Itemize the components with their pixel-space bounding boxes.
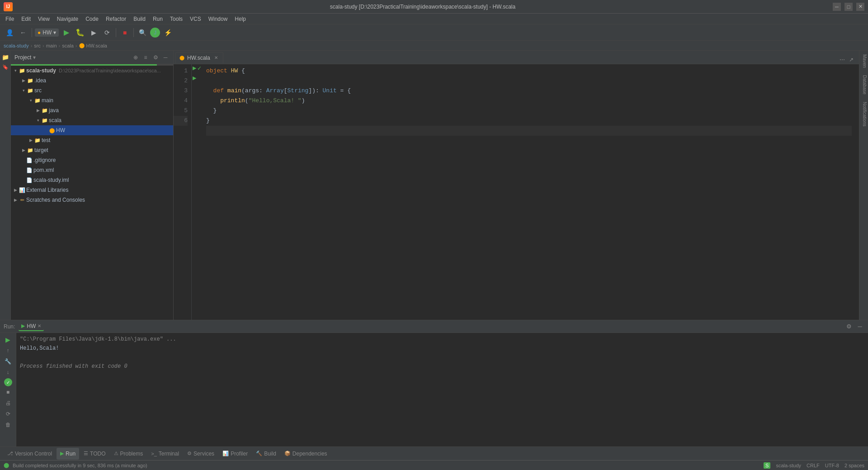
tree-item-external-libs[interactable]: ▶ 📊 External Libraries (11, 185, 173, 195)
debug-button[interactable]: 🐛 (74, 27, 86, 38)
tab-todo[interactable]: ☰ TODO (80, 448, 109, 460)
run-minimize-btn[interactable]: ─ (855, 322, 864, 331)
menu-navigate[interactable]: Navigate (53, 15, 82, 23)
breadcrumb-src[interactable]: src (34, 43, 41, 48)
run-up-btn[interactable]: ↑ (3, 346, 13, 356)
code-content[interactable]: object HW { def main(args: Array[String]… (203, 64, 855, 320)
tab-action-restore[interactable]: ↗ (847, 56, 855, 64)
notifications-panel-label[interactable]: Notifications (859, 98, 868, 130)
breadcrumb-filename[interactable]: HW.scala (86, 43, 107, 48)
tree-item-src[interactable]: ▾ 📁 src (11, 85, 173, 95)
status-s-icon[interactable]: S (764, 462, 770, 469)
back-button[interactable]: ← (17, 27, 29, 38)
account-button[interactable]: 👤 (4, 27, 15, 38)
run-play-btn[interactable]: ▶ (3, 335, 13, 345)
panel-collapse-btn[interactable]: ≡ (142, 53, 150, 62)
plugins-button[interactable]: ⚡ (162, 27, 174, 38)
run-button[interactable]: ▶ (61, 27, 72, 38)
editor-scrollbar[interactable] (855, 64, 859, 320)
tree-item-idea[interactable]: ▶ 📁 .idea (11, 76, 173, 85)
stop-button[interactable]: ■ (119, 27, 131, 38)
tab-run[interactable]: ▶ Run (57, 448, 79, 460)
coverage-button[interactable]: ▶ (88, 27, 99, 38)
tab-profiler[interactable]: 📊 Profiler (219, 448, 251, 460)
tree-label-main: main (42, 97, 53, 104)
menu-help[interactable]: Help (231, 15, 250, 23)
panel-settings-btn[interactable]: ⚙ (151, 53, 160, 62)
panel-dropdown-icon[interactable]: ▾ (33, 54, 36, 61)
run-tab-close[interactable]: ✕ (38, 323, 41, 328)
java-folder-icon: 📁 (42, 107, 48, 114)
menu-code[interactable]: Code (82, 15, 102, 23)
close-button[interactable]: ✕ (856, 3, 864, 11)
menu-build[interactable]: Build (130, 15, 149, 23)
ext-libs-icon: 📊 (19, 187, 25, 193)
panel-locate-btn[interactable]: ⊕ (132, 53, 140, 62)
bookmarks-icon[interactable]: 🔖 (1, 62, 10, 71)
status-project[interactable]: scala-study (776, 463, 801, 468)
menu-window[interactable]: Window (205, 15, 231, 23)
menu-run[interactable]: Run (149, 15, 166, 23)
tab-dependencies[interactable]: 📦 Dependencies (281, 448, 331, 460)
menu-tools[interactable]: Tools (166, 15, 186, 23)
tab-version-control[interactable]: ⎇ Version Control (4, 448, 56, 460)
run-config-selector[interactable]: ● HW ▾ (35, 28, 59, 37)
tree-item-gitignore[interactable]: 📄 .gitignore (11, 155, 173, 165)
tab-build[interactable]: 🔨 Build (252, 448, 280, 460)
profile-button[interactable]: ⟳ (101, 27, 113, 38)
breadcrumb-scala[interactable]: scala (62, 43, 74, 48)
scala-folder-icon: 📁 (42, 117, 48, 123)
run-arrow-2[interactable]: ▶ (193, 75, 196, 81)
tree-item-main[interactable]: ▾ 📁 main (11, 95, 173, 105)
run-wrench-btn[interactable]: 🔧 (3, 356, 13, 366)
tree-item-target[interactable]: ▶ 📁 target (11, 145, 173, 155)
settings-button[interactable]: J (150, 28, 160, 38)
maximize-button[interactable]: □ (844, 3, 853, 11)
tree-item-root[interactable]: ▾ 📁 scala-study D:\2023PracticalTraining… (11, 66, 173, 76)
run-reload-btn[interactable]: ⟳ (3, 409, 13, 419)
status-line-ending[interactable]: CRLF (807, 463, 820, 468)
status-build-message[interactable]: Build completed successfully in 9 sec, 8… (13, 463, 147, 468)
minimize-button[interactable]: ─ (833, 3, 841, 11)
run-status-btn[interactable]: ✓ (4, 378, 12, 386)
tree-item-scratches[interactable]: ▶ ✏ Scratches and Consoles (11, 195, 173, 205)
run-print-btn[interactable]: 🖨 (3, 398, 13, 408)
tree-item-test[interactable]: ▶ 📁 test (11, 135, 173, 145)
menu-refactor[interactable]: Refactor (102, 15, 130, 23)
tree-item-scala[interactable]: ▾ 📁 scala (11, 115, 173, 125)
menu-vcs[interactable]: VCS (186, 15, 205, 23)
tree-item-pom[interactable]: 📄 pom.xml (11, 165, 173, 175)
search-everywhere-button[interactable]: 🔍 (137, 27, 148, 38)
tab-problems[interactable]: ⚠ Problems (110, 448, 147, 460)
status-encoding[interactable]: UTF-8 (825, 463, 839, 468)
menu-edit[interactable]: Edit (18, 15, 34, 23)
menu-file[interactable]: File (2, 15, 18, 23)
services-icon: ⚙ (187, 451, 192, 456)
status-indent[interactable]: 2 spaces (844, 463, 864, 468)
tree-item-hw[interactable]: ⬤ HW (11, 125, 173, 135)
run-tab-hw[interactable]: ▶ HW ✕ (19, 322, 44, 331)
idea-folder-icon: 📁 (27, 77, 33, 84)
run-stop-btn[interactable]: ■ (3, 387, 13, 397)
tab-action-more[interactable]: ⋯ (838, 56, 846, 64)
tree-item-java[interactable]: ▶ 📁 java (11, 105, 173, 115)
bottom-panel: Run: ▶ HW ✕ ⚙ ─ ▶ ↑ 🔧 ↓ ✓ ■ 🖨 ⟳ 🗑 "C:\Pr… (0, 320, 868, 446)
breadcrumb-project[interactable]: scala-study (4, 43, 29, 48)
maven-panel-label[interactable]: Maven (859, 51, 868, 71)
menu-view[interactable]: View (34, 15, 53, 23)
project-icon[interactable]: 📁 (1, 52, 10, 62)
tab-services[interactable]: ⚙ Services (184, 448, 218, 460)
run-down-btn[interactable]: ↓ (3, 367, 13, 377)
version-control-icon: ⎇ (7, 451, 13, 456)
breadcrumb-file[interactable]: ⬤ (79, 43, 85, 48)
database-panel-label[interactable]: Database (859, 71, 868, 98)
tab-close-button[interactable]: ✕ (213, 55, 219, 61)
run-arrow-1[interactable]: ▶ (193, 65, 196, 71)
editor-tab-hw[interactable]: ⬤ HW.scala ✕ (175, 52, 223, 64)
run-delete-btn[interactable]: 🗑 (3, 420, 13, 430)
breadcrumb-main[interactable]: main (46, 43, 57, 48)
panel-close-btn[interactable]: ─ (161, 53, 170, 62)
tree-item-iml[interactable]: 📄 scala-study.iml (11, 175, 173, 185)
tab-terminal[interactable]: >_ Terminal (147, 448, 183, 460)
run-settings-btn[interactable]: ⚙ (844, 322, 854, 331)
